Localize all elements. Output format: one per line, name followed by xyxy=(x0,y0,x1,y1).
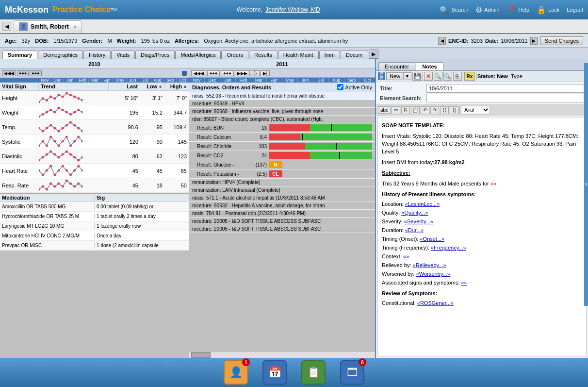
vitals-expand-btn[interactable] xyxy=(182,71,187,76)
tab-history[interactable]: History xyxy=(83,50,111,59)
help-action[interactable]: ❓ Help xyxy=(506,5,529,15)
vitals-nav-dots1[interactable]: ●●● xyxy=(17,70,29,76)
timing-freq-link[interactable]: «Frequency...» xyxy=(431,245,466,251)
admin-icon: ⚙ xyxy=(475,5,482,15)
net-undo-btn[interactable]: ↶ xyxy=(421,106,429,114)
bottom-btn-2[interactable]: 📅 xyxy=(262,360,287,385)
net-abc-btn[interactable]: abc xyxy=(378,106,391,114)
tab-more-btn[interactable]: ▶ xyxy=(369,50,378,59)
svg-point-68 xyxy=(69,173,72,176)
admin-action[interactable]: ⚙ Admin xyxy=(475,5,499,15)
svg-point-30 xyxy=(62,127,64,129)
bottom-btn-3[interactable]: 📋 xyxy=(301,360,326,385)
svg-point-61 xyxy=(42,173,44,176)
diag-nav-left[interactable]: ◀◀◀ xyxy=(191,70,206,76)
patient-tab[interactable]: 👤 Smith, Robert × xyxy=(14,20,82,33)
bottom-btn-4[interactable]: 8 🗔 xyxy=(340,360,364,385)
v-trend-1 xyxy=(39,106,109,119)
content-area: 2010 2011 ◀◀◀ ●●● ●●● Nov xyxy=(0,59,588,358)
history-sidebar-btn[interactable]: History xyxy=(378,72,385,80)
m-med-4: Prevpac OR MISC xyxy=(0,242,95,249)
tab-orders[interactable]: Orders xyxy=(221,50,248,59)
location-link[interactable]: «LesionLoc...» xyxy=(405,201,440,207)
title-field-input[interactable] xyxy=(426,84,584,93)
tab-meds-allergies[interactable]: Meds/Allergies xyxy=(175,50,221,59)
relieved-link[interactable]: «Relieveby...» xyxy=(413,262,446,268)
zoom-in-btn[interactable]: 🔍 xyxy=(434,72,442,81)
diag-hscrollbar[interactable] xyxy=(189,351,375,358)
active-only-label[interactable]: Active Only xyxy=(337,84,372,90)
mh-med: Medication xyxy=(0,194,95,202)
save-icon-btn[interactable]: 💾 xyxy=(412,72,423,81)
tab-notes[interactable]: Notes xyxy=(416,62,443,70)
new-dropdown-btn[interactable]: New ▼ xyxy=(386,72,411,80)
diag-nav-play[interactable]: ▶| xyxy=(261,70,270,76)
vh-trend: Trend xyxy=(39,83,109,90)
net-copy-btn[interactable]: ⎘ xyxy=(401,106,410,114)
search-action[interactable]: 🔍 Search xyxy=(440,5,468,15)
v-sign-4: Diastolic xyxy=(0,153,39,159)
med-row-2: Laryngesic MT LOZG 10 MG 1 lozenge orall… xyxy=(0,221,189,231)
patient-close-btn[interactable]: × xyxy=(74,24,77,30)
title-field-label: Title: xyxy=(380,85,424,91)
worsened-link[interactable]: «Worsenby...» xyxy=(416,271,450,277)
v-high-0: 7' 0" xyxy=(164,95,189,101)
tab-docum[interactable]: Docum xyxy=(341,50,368,59)
active-only-checkbox[interactable] xyxy=(337,84,343,90)
delete-icon-btn[interactable]: ✕ xyxy=(424,72,433,81)
tab-results[interactable]: Results xyxy=(249,50,278,59)
diag-item-2: rocedure: 90660 - Influenza vaccine, liv… xyxy=(189,108,375,116)
enc-prev-btn[interactable]: ◀ xyxy=(438,37,446,45)
constitutional-link[interactable]: «ROSGener...» xyxy=(417,300,454,306)
tab-health-maint[interactable]: Health Maint xyxy=(278,50,319,59)
net-prev-btn[interactable]: ⟨⟨ xyxy=(440,106,449,114)
send-charges-button[interactable]: Send Charges xyxy=(540,36,583,45)
associated-link[interactable]: «» xyxy=(461,280,467,286)
tab-imm[interactable]: Imm xyxy=(319,50,340,59)
vitals-nav-left[interactable]: ◀◀◀ xyxy=(2,70,16,76)
rx-btn[interactable]: Rx xyxy=(464,72,475,81)
svg-point-56 xyxy=(69,153,72,155)
copy-btn[interactable]: ⎘ xyxy=(453,72,462,81)
tab-diags-procs[interactable]: Diags/Procs xyxy=(135,50,175,59)
element-search-input[interactable] xyxy=(426,94,584,102)
enc-next-btn[interactable]: ▶ xyxy=(530,37,538,45)
net-cut-btn[interactable]: ✂ xyxy=(392,106,400,114)
severity-line: Severity: «Severity...» xyxy=(382,218,582,225)
v-sign-2: Temp. xyxy=(0,124,39,130)
context-link[interactable]: «» xyxy=(403,253,409,259)
duration-link[interactable]: «Dur...» xyxy=(405,227,424,233)
lock-action[interactable]: 🔒 Lock xyxy=(537,5,559,15)
svg-point-82 xyxy=(77,182,80,185)
timing-onset-link[interactable]: «Onset...» xyxy=(420,236,444,242)
tab-summary[interactable]: Summary xyxy=(2,50,37,59)
svg-point-9 xyxy=(73,95,76,98)
logout-action[interactable]: Logout xyxy=(567,7,583,13)
diag-nav-dots2[interactable]: ●●● xyxy=(221,70,233,76)
net-paste-btn[interactable]: 📋 xyxy=(411,106,420,114)
bottom-btn-1[interactable]: 1 👤 xyxy=(224,360,248,385)
net-next-btn[interactable]: ⟩| xyxy=(450,106,458,114)
severity-link[interactable]: «Severity...» xyxy=(404,219,433,224)
font-select[interactable]: Arial xyxy=(461,106,490,114)
v-trend-5 xyxy=(39,164,109,178)
tab-vitals[interactable]: Vitals xyxy=(111,50,135,59)
zoom-out-btn[interactable]: 🔍 xyxy=(443,72,452,81)
v-trend-3 xyxy=(39,135,109,149)
patient-nav-left[interactable]: ◀ xyxy=(2,22,11,31)
welcome-user[interactable]: Jennifer Whitlow, MD xyxy=(265,6,320,13)
new-dropdown-arrow[interactable]: ▼ xyxy=(403,73,411,79)
month-sep: Sep xyxy=(164,78,177,83)
vitals-nav-dots2[interactable]: ●●● xyxy=(30,70,41,76)
med-row-1: Hydrochlorothiazide OR TABS 25 M 1 table… xyxy=(0,212,189,221)
diag-nav-right[interactable]: ▶▶▶ xyxy=(235,70,250,76)
svg-point-62 xyxy=(46,169,48,171)
quality-link[interactable]: «Quality...» xyxy=(401,210,428,216)
resize-handle[interactable]: ⠿ xyxy=(584,63,588,306)
hscroll-thumb[interactable] xyxy=(191,352,211,358)
diag-nav-dots[interactable]: ●●● xyxy=(207,70,220,76)
net-redo-btn[interactable]: ↷ xyxy=(430,106,439,114)
tab-demographics[interactable]: Demographics xyxy=(38,50,83,59)
gender-value: M xyxy=(107,38,112,44)
diag-nav-arrows[interactable]: ⟨⟩ xyxy=(251,70,260,76)
